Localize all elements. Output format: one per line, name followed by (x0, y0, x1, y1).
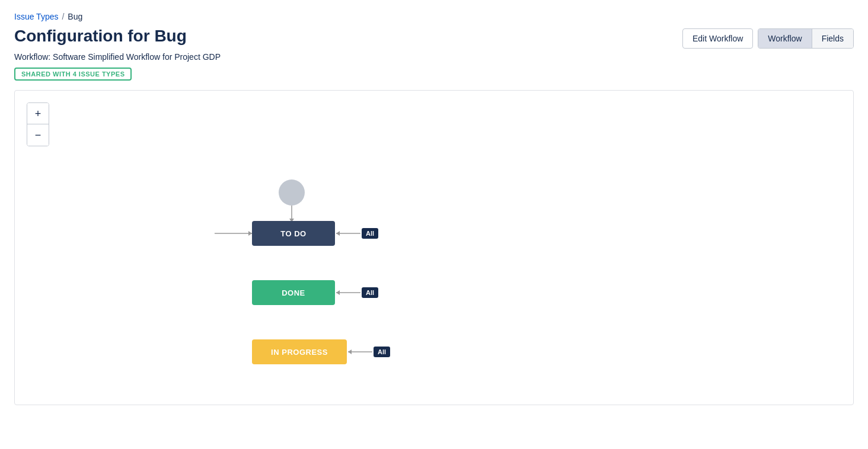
svg-marker-4 (336, 231, 340, 236)
diagram-svg (27, 102, 841, 393)
node-todo[interactable]: TO DO (252, 221, 335, 246)
start-circle (279, 179, 305, 206)
breadcrumb-current: Bug (68, 12, 82, 21)
zoom-controls: + − (27, 102, 49, 146)
page-container: Issue Types / Bug Configuration for Bug … (0, 0, 868, 417)
svg-marker-6 (336, 290, 340, 295)
header-row: Configuration for Bug Edit Workflow Work… (14, 26, 854, 49)
breadcrumb-issue-types-link[interactable]: Issue Types (14, 12, 58, 21)
diagram-canvas: TO DO DONE IN PROGRESS All All All (27, 102, 841, 393)
tab-group: Workflow Fields (758, 28, 854, 49)
breadcrumb: Issue Types / Bug (14, 12, 854, 21)
edit-workflow-button[interactable]: Edit Workflow (682, 28, 753, 49)
breadcrumb-separator: / (62, 12, 64, 21)
tab-fields[interactable]: Fields (812, 29, 853, 48)
all-badge-todo: All (362, 228, 378, 239)
zoom-in-button[interactable]: + (27, 103, 49, 124)
header-actions: Edit Workflow Workflow Fields (682, 28, 854, 49)
svg-marker-8 (348, 349, 352, 354)
all-badge-inprogress: All (374, 347, 390, 357)
node-done-label: DONE (282, 288, 305, 297)
shared-badge: SHARED WITH 4 ISSUE TYPES (14, 68, 132, 81)
node-inprogress-label: IN PROGRESS (271, 348, 328, 357)
all-badge-done: All (362, 287, 378, 298)
node-done[interactable]: DONE (252, 280, 335, 305)
workflow-diagram-container: + − (14, 90, 854, 405)
workflow-subtitle: Workflow: Software Simplified Workflow f… (14, 52, 854, 62)
tab-workflow[interactable]: Workflow (758, 29, 812, 48)
node-todo-label: TO DO (280, 229, 306, 238)
node-inprogress[interactable]: IN PROGRESS (252, 339, 347, 364)
page-title: Configuration for Bug (14, 26, 187, 46)
zoom-out-button[interactable]: − (27, 124, 49, 146)
